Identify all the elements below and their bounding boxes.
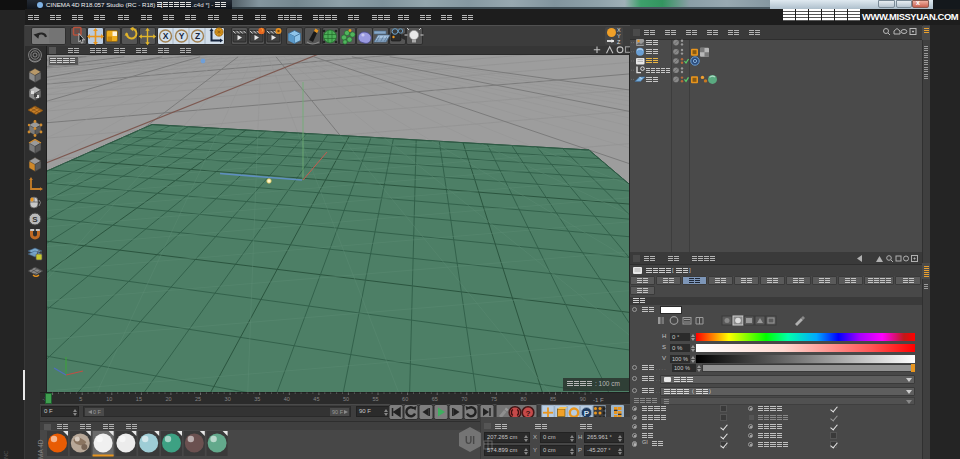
svg-text:UI: UI: [465, 435, 475, 446]
